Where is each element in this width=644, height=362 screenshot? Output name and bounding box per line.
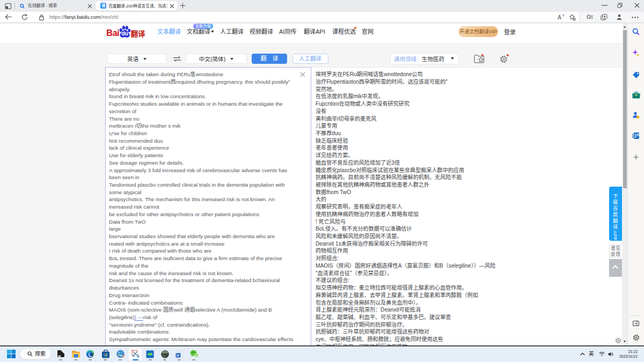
svg-text:A: A — [558, 14, 561, 20]
svg-text:du: du — [121, 30, 128, 36]
